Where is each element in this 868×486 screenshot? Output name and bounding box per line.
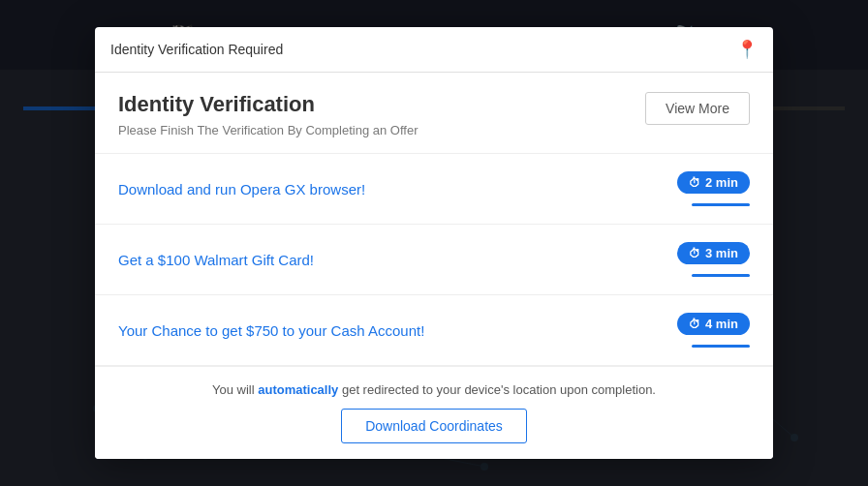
modal-title-section: Identity Verification Please Finish The … bbox=[118, 92, 630, 137]
modal-subtitle: Please Finish The Verification By Comple… bbox=[118, 123, 630, 137]
badge-progress-1 bbox=[692, 203, 750, 206]
badge-pill-3: ⏱ 4 min bbox=[677, 313, 750, 335]
modal-overlay: Identity Verification Required 📍 Identit… bbox=[0, 0, 868, 486]
modal-title: Identity Verification bbox=[118, 92, 630, 117]
modal-footer: You will automatically get redirected to… bbox=[95, 366, 773, 459]
download-coordinates-button[interactable]: Download Coordinates bbox=[341, 409, 527, 443]
clock-icon-3: ⏱ bbox=[689, 318, 700, 331]
view-more-button[interactable]: View More bbox=[645, 92, 750, 125]
badge-pill-2: ⏱ 3 min bbox=[677, 242, 750, 264]
offer-row-3: Your Chance to get $750 to your Cash Acc… bbox=[95, 295, 773, 366]
badge-text-1: 2 min bbox=[705, 175, 738, 190]
offer-link-1[interactable]: Download and run Opera GX browser! bbox=[118, 181, 365, 197]
time-badge-2: ⏱ 3 min bbox=[677, 242, 750, 277]
time-badge-1: ⏱ 2 min bbox=[677, 171, 750, 206]
badge-progress-3 bbox=[692, 345, 750, 348]
modal-body-top: Identity Verification Please Finish The … bbox=[95, 73, 773, 154]
modal-header-title: Identity Verification Required bbox=[110, 42, 283, 57]
badge-text-2: 3 min bbox=[705, 246, 738, 260]
offer-row-1: Download and run Opera GX browser! ⏱ 2 m… bbox=[95, 154, 773, 225]
location-pin-icon: 📍 bbox=[736, 39, 758, 60]
footer-auto-word: automatically bbox=[258, 382, 338, 397]
clock-icon-2: ⏱ bbox=[689, 247, 700, 260]
offer-row-2: Get a $100 Walmart Gift Card! ⏱ 3 min bbox=[95, 225, 773, 295]
offer-link-2[interactable]: Get a $100 Walmart Gift Card! bbox=[118, 252, 314, 268]
footer-text: You will automatically get redirected to… bbox=[118, 382, 750, 397]
footer-text-2: get redirected to your device's location… bbox=[338, 382, 656, 397]
offer-link-3[interactable]: Your Chance to get $750 to your Cash Acc… bbox=[118, 322, 424, 339]
footer-text-1: You will bbox=[212, 382, 258, 397]
modal: Identity Verification Required 📍 Identit… bbox=[95, 27, 773, 459]
clock-icon-1: ⏱ bbox=[689, 176, 700, 190]
time-badge-3: ⏱ 4 min bbox=[677, 313, 750, 348]
badge-pill-1: ⏱ 2 min bbox=[677, 171, 750, 194]
badge-progress-2 bbox=[692, 274, 750, 277]
badge-text-3: 4 min bbox=[705, 317, 738, 331]
modal-header: Identity Verification Required 📍 bbox=[95, 27, 773, 73]
